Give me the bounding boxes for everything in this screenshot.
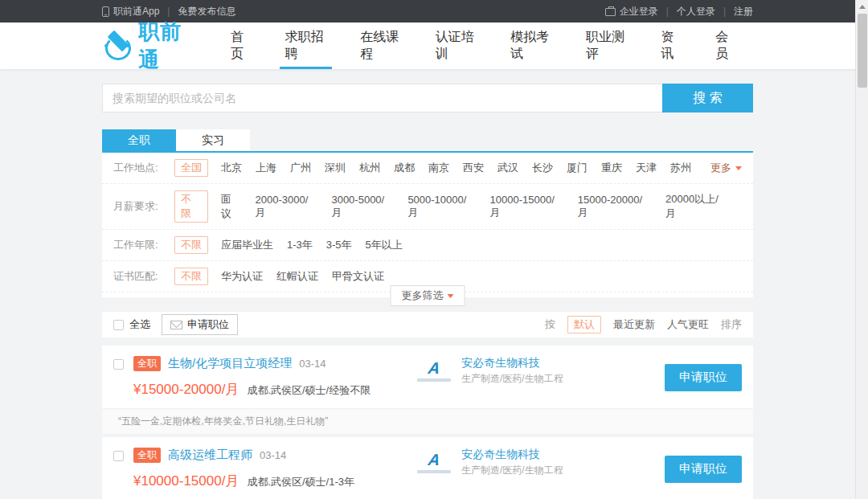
main-nav: 首页 求职招聘 在线课程 认证培训 模拟考试 职业测评 资讯 会员	[214, 22, 753, 69]
filter-option[interactable]: 华为认证	[221, 269, 263, 284]
nav-certification-training[interactable]: 认证培训	[419, 22, 494, 69]
sort-recent-option[interactable]: 最近更新	[613, 317, 655, 332]
filter-selected-chip[interactable]: 不限	[174, 268, 208, 285]
publish-info-link[interactable]: 免费发布信息	[178, 5, 235, 18]
filter-option[interactable]: 北京	[221, 161, 242, 175]
vertical-scrollbar[interactable]	[855, 0, 868, 499]
job-type-badge: 全职	[133, 356, 161, 371]
job-card: 全职 生物/化学项目立项经理 03-14 ¥15000-20000/月 成都.武…	[102, 346, 753, 434]
filter-option[interactable]: 3-5年	[326, 238, 352, 252]
company-name-link[interactable]: 安必奇生物科技	[461, 448, 563, 462]
filter-option[interactable]: 面议	[221, 192, 242, 221]
graduation-cap-smiley-icon	[102, 30, 132, 62]
filter-option[interactable]: 成都	[394, 161, 415, 175]
search-input[interactable]	[102, 84, 662, 112]
sort-default-chip[interactable]: 默认	[567, 316, 601, 333]
sort-group: 按 默认 最近更新 人气更旺 排序	[545, 316, 742, 333]
filter-option[interactable]: 15000-20000/月	[578, 194, 652, 220]
company-industry: 生产制造/医药/生物工程	[461, 373, 563, 384]
apply-job-button[interactable]: 申请职位	[665, 364, 742, 391]
register-link[interactable]: 注册	[734, 5, 753, 18]
nav-membership[interactable]: 会员	[698, 22, 753, 69]
filter-option[interactable]: 20000以上/月	[665, 192, 728, 221]
filter-row-experience: 工作年限: 不限 应届毕业生 1-3年 3-5年 5年以上	[102, 230, 753, 261]
filter-option[interactable]: 武汉	[497, 161, 518, 175]
app-download-link[interactable]: 职前通App	[102, 5, 159, 18]
filter-option[interactable]: 3000-5000/月	[331, 194, 394, 220]
apply-job-button[interactable]: 申请职位	[665, 456, 742, 483]
sort-popular-option[interactable]: 人气更旺	[667, 317, 709, 332]
phone-icon	[102, 6, 109, 17]
apply-selected-button[interactable]: 申请职位	[162, 314, 238, 335]
select-all-checkbox[interactable]	[113, 320, 124, 330]
filter-option[interactable]: 上海	[256, 161, 276, 175]
apply-selected-label: 申请职位	[187, 317, 229, 332]
divider: |	[723, 6, 726, 17]
company-login-link[interactable]: 企业登录	[605, 5, 658, 18]
personal-login-link[interactable]: 个人登录	[677, 5, 715, 18]
scroll-up-arrow-icon[interactable]	[856, 0, 868, 13]
filter-option[interactable]: 甲骨文认证	[332, 269, 384, 284]
filter-selected-chip[interactable]: 不限	[174, 236, 208, 254]
filter-option[interactable]: 苏州	[670, 161, 691, 175]
filter-option[interactable]: 重庆	[601, 161, 622, 175]
caret-down-icon	[448, 294, 454, 298]
job-title-link[interactable]: 高级运维工程师	[168, 448, 252, 463]
tab-internship[interactable]: 实习	[176, 129, 250, 151]
sort-prefix-label: 按	[545, 317, 555, 332]
filter-option[interactable]: 2000-3000/月	[255, 194, 317, 220]
site-logo[interactable]: 职前通	[102, 18, 196, 74]
filter-option[interactable]: 杭州	[359, 161, 380, 175]
filter-selected-chip[interactable]: 全国	[174, 159, 208, 177]
job-salary: ¥10000-15000/月	[133, 472, 239, 490]
filter-option[interactable]: 长沙	[532, 161, 553, 175]
search-button[interactable]: 搜 索	[662, 84, 753, 112]
filter-option[interactable]: 5000-10000/月	[407, 194, 476, 220]
more-filters-button[interactable]: 更多筛选	[391, 285, 465, 306]
divider: |	[167, 6, 170, 17]
search-bar: 搜 索	[102, 84, 753, 112]
more-locations-label: 更多	[710, 161, 731, 175]
filter-label: 工作地点:	[113, 161, 174, 175]
filter-option[interactable]: 天津	[636, 161, 657, 175]
filter-row-location: 工作地点: 全国 北京 上海 广州 深圳 杭州 成都 南京 西安 武汉 长沙 厦…	[102, 153, 753, 184]
filter-option[interactable]: 5年以上	[366, 238, 403, 252]
more-locations-button[interactable]: 更多	[710, 161, 742, 175]
filter-option[interactable]: 广州	[290, 161, 311, 175]
filter-option[interactable]: 西安	[463, 161, 484, 175]
tab-full-time[interactable]: 全职	[102, 129, 176, 151]
nav-online-courses[interactable]: 在线课程	[343, 22, 419, 69]
main-header: 职前通 首页 求职招聘 在线课程 认证培训 模拟考试 职业测评 资讯 会员	[0, 22, 868, 69]
filter-label: 月薪要求:	[113, 199, 174, 214]
job-date: 03-14	[260, 449, 286, 461]
nav-job-recruitment[interactable]: 求职招聘	[268, 22, 344, 69]
filter-option[interactable]: 1-3年	[287, 238, 313, 252]
filter-option[interactable]: 南京	[428, 161, 449, 175]
filter-label: 工作年限:	[113, 238, 174, 252]
job-type-badge: 全职	[133, 448, 161, 463]
nav-news[interactable]: 资讯	[644, 22, 698, 69]
filter-panel: 工作地点: 全国 北京 上海 广州 深圳 杭州 成都 南京 西安 武汉 长沙 厦…	[102, 153, 753, 297]
logo-text: 职前通	[138, 18, 196, 74]
job-select-checkbox[interactable]	[113, 359, 124, 370]
filter-selected-chip[interactable]: 不限	[174, 190, 208, 223]
filter-option[interactable]: 红帽认证	[276, 269, 318, 284]
job-list: 全职 生物/化学项目立项经理 03-14 ¥15000-20000/月 成都.武…	[102, 346, 753, 499]
nav-home[interactable]: 首页	[214, 22, 268, 69]
sort-suffix-label: 排序	[721, 317, 742, 332]
job-meta: 成都.武侯区/硕士/1-3年	[247, 475, 354, 489]
publish-info-label: 免费发布信息	[178, 5, 235, 18]
job-title-link[interactable]: 生物/化学项目立项经理	[168, 356, 292, 371]
nav-career-assessment[interactable]: 职业测评	[569, 22, 645, 69]
nav-mock-exams[interactable]: 模拟考试	[493, 22, 569, 69]
filter-option[interactable]: 深圳	[325, 161, 346, 175]
personal-login-label: 个人登录	[677, 5, 715, 18]
scrollbar-thumb[interactable]	[858, 14, 867, 88]
job-select-checkbox[interactable]	[113, 451, 124, 461]
filter-option[interactable]: 应届毕业生	[221, 238, 273, 252]
filter-label: 证书匹配:	[113, 269, 174, 284]
company-name-link[interactable]: 安必奇生物科技	[461, 356, 563, 370]
briefcase-icon	[605, 8, 616, 16]
filter-option[interactable]: 10000-15000/月	[490, 194, 564, 220]
filter-option[interactable]: 厦门	[567, 161, 588, 175]
